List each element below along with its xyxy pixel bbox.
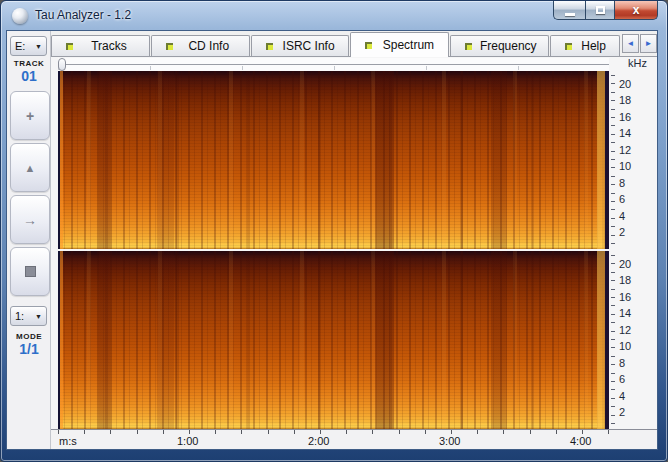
tab-label: ISRC Info [275, 39, 343, 53]
time-tick-label: 3:00 [439, 435, 460, 447]
title-bar[interactable]: Tau Analyzer - 1.2 x [1, 1, 667, 31]
freq-tick-label: 12 [619, 325, 643, 335]
freq-tick-label: 10 [619, 341, 643, 351]
frequency-labels-bottom: 20 18 16 14 12 10 8 6 4 2 [619, 259, 643, 417]
mode-label: MODE [7, 332, 51, 341]
slider-track [58, 64, 609, 65]
frequency-ticks-bottom [611, 255, 615, 427]
frequency-labels-top: 20 18 16 14 12 10 8 6 4 2 [619, 79, 643, 237]
time-tick-label: 4:00 [570, 435, 591, 447]
track-label: TRACK [7, 59, 51, 68]
maximize-button[interactable] [585, 1, 615, 20]
freq-tick-label: 10 [619, 161, 643, 171]
time-axis: m:s 1:00 2:00 3:00 4:00 [51, 429, 657, 449]
tab-cd-info[interactable]: CD Info [151, 35, 250, 56]
window-title: Tau Analyzer - 1.2 [35, 1, 131, 30]
maximize-icon [596, 6, 605, 14]
caption-buttons: x [553, 1, 658, 20]
drive-select[interactable]: E: ▼ [10, 36, 47, 56]
mode-select[interactable]: 1: ▼ [10, 306, 47, 326]
arrow-right-icon: ► [645, 39, 653, 48]
time-tick-label: 1:00 [177, 435, 198, 447]
spectrum-panel: kHz 20 18 16 14 12 10 8 6 4 2 20 18 [51, 57, 657, 449]
freq-tick-label: 18 [619, 95, 643, 105]
tab-frequency[interactable]: Frequency [450, 35, 549, 56]
sidebar: E: ▼ TRACK 01 + ▲ → 1: ▼ MODE 1/1 [7, 31, 51, 449]
mode-select-value: 1: [15, 310, 24, 322]
tab-led-icon [565, 43, 572, 50]
stop-button[interactable] [10, 247, 50, 296]
freq-tick-label: 18 [619, 275, 643, 285]
freq-tick-label: 8 [619, 178, 643, 188]
time-ticks [58, 430, 609, 434]
tab-label: Tracks [75, 39, 143, 53]
tab-led-icon [365, 42, 372, 49]
tab-scroll-left-button[interactable]: ◄ [622, 34, 639, 53]
freq-tick-label: 16 [619, 292, 643, 302]
stop-icon [25, 266, 36, 277]
freq-tick-label: 2 [619, 407, 643, 417]
tab-led-icon [266, 43, 273, 50]
arrow-left-icon: ◄ [627, 39, 635, 48]
freq-tick-label: 4 [619, 211, 643, 221]
eject-icon: ▲ [25, 162, 36, 174]
tab-label: Frequency [474, 39, 542, 53]
slider-ticks [58, 66, 609, 70]
frequency-unit-label: kHz [628, 57, 647, 69]
tab-led-icon [465, 43, 472, 50]
close-icon: x [633, 4, 640, 16]
freq-tick-label: 12 [619, 145, 643, 155]
freq-tick-label: 4 [619, 391, 643, 401]
frequency-axis: kHz 20 18 16 14 12 10 8 6 4 2 20 18 [609, 71, 659, 427]
next-button[interactable]: → [10, 195, 50, 244]
freq-tick-label: 14 [619, 128, 643, 138]
drive-select-value: E: [15, 40, 25, 52]
mode-value: 1/1 [7, 341, 51, 357]
eject-button[interactable]: ▲ [10, 143, 50, 192]
spectrogram-image [58, 251, 609, 429]
freq-tick-label: 16 [619, 112, 643, 122]
track-number: 01 [7, 68, 51, 84]
frequency-ticks-top [611, 75, 615, 247]
close-button[interactable]: x [615, 1, 658, 20]
freq-tick-label: 6 [619, 194, 643, 204]
client-area: E: ▼ TRACK 01 + ▲ → 1: ▼ MODE 1/1 [7, 31, 657, 449]
freq-tick-label: 20 [619, 79, 643, 89]
tab-scroll-right-button[interactable]: ► [640, 34, 657, 53]
time-tick-label: 2:00 [308, 435, 329, 447]
time-unit-label: m:s [59, 435, 77, 447]
freq-tick-label: 2 [619, 227, 643, 237]
arrow-right-icon: → [23, 212, 37, 228]
tab-spectrum[interactable]: Spectrum [350, 32, 449, 57]
tab-scroll-buttons: ◄ ► [621, 33, 657, 54]
spectrogram-left-channel[interactable] [58, 71, 609, 249]
tab-label: Help [574, 39, 613, 53]
tab-bar: Tracks CD Info ISRC Info Spectrum Freque… [51, 31, 657, 57]
chevron-down-icon: ▼ [35, 43, 42, 50]
spectrogram-right-channel[interactable] [58, 251, 609, 429]
add-button[interactable]: + [10, 91, 50, 140]
tab-led-icon [66, 43, 73, 50]
chevron-down-icon: ▼ [35, 313, 42, 320]
app-window: Tau Analyzer - 1.2 x E: ▼ TRACK 01 + ▲ → [0, 0, 668, 462]
freq-tick-label: 6 [619, 374, 643, 384]
spectrogram-image [58, 71, 609, 249]
tab-label: Spectrum [374, 38, 442, 52]
tab-tracks[interactable]: Tracks [51, 35, 150, 56]
freq-tick-label: 14 [619, 308, 643, 318]
tab-label: CD Info [175, 39, 243, 53]
freq-tick-label: 8 [619, 358, 643, 368]
minimize-button[interactable] [553, 1, 585, 20]
tab-help[interactable]: Help [550, 35, 620, 56]
freq-tick-label: 20 [619, 259, 643, 269]
plus-icon: + [26, 108, 34, 124]
slider-thumb[interactable] [58, 58, 66, 71]
position-slider[interactable] [58, 58, 609, 71]
tab-led-icon [166, 43, 173, 50]
minimize-icon [565, 13, 575, 16]
tab-isrc-info[interactable]: ISRC Info [251, 35, 350, 56]
app-icon [12, 8, 28, 24]
